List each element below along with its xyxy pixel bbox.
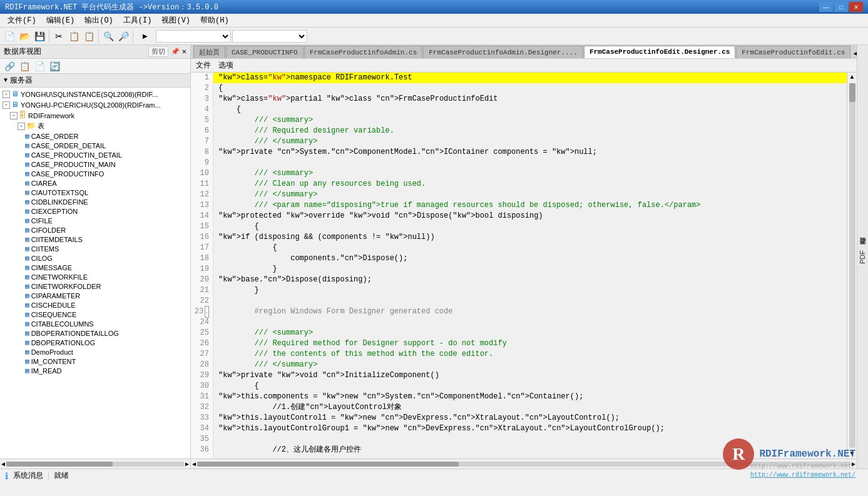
table-item[interactable]: ▦CASE_ORDER_DETAIL <box>0 141 190 150</box>
file-menu-item[interactable]: 文件 <box>196 60 211 71</box>
save-button[interactable]: 💾 <box>33 29 46 43</box>
zoom-in-button[interactable]: 🔍 <box>101 29 115 43</box>
choice-menu-item[interactable]: 选项 <box>218 60 233 71</box>
tab-case-productinfo[interactable]: CASE_PRODUCTINFO <box>226 46 304 58</box>
table-item[interactable]: ▦CIFILE <box>0 216 190 225</box>
tab-frm-admin-cs[interactable]: FrmCaseProductinfoAdmin.cs <box>304 46 423 58</box>
pin-icon[interactable]: 📌 <box>171 48 180 56</box>
table-item[interactable]: ▦DBOPERATIONDETAILLOG <box>0 328 190 338</box>
table-item[interactable]: ▦CINETWORKFOLDER <box>0 281 190 291</box>
expand-db1[interactable]: - <box>10 112 18 119</box>
table-item[interactable]: ▦DBOPERATIONLOG <box>0 338 190 347</box>
server1-label: YONGHU\SQLINSTANCE(SQL2008)(RDIF... <box>21 91 158 98</box>
code-line <box>213 296 847 306</box>
table-item[interactable]: ▦CISCHEDULE <box>0 300 190 310</box>
line-numbers: 1234567891011121314151617181920212223-24… <box>191 73 213 458</box>
table-item[interactable]: ▦CITABLECOLUMNS <box>0 319 190 328</box>
template-select[interactable] <box>156 30 231 43</box>
v-scroll-thumb[interactable] <box>849 83 855 102</box>
code-line: components."cn">Dispose(); <box>213 253 847 264</box>
table-item[interactable]: ▦CASE_PRODUCTIN_DETAIL <box>0 150 190 159</box>
cut-button[interactable]: ✂ <box>52 29 66 43</box>
tree-server2[interactable]: - 🖥 YONGHU-PC\ERICHU(SQL2008)(RDIFram... <box>0 99 190 110</box>
right-panel[interactable]: PDF查看器 <box>857 45 868 468</box>
refresh-button[interactable]: 🔄 <box>48 59 61 73</box>
tree-server1[interactable]: - 🖥 YONGHU\SQLINSTANCE(SQL2008)(RDIF... <box>0 89 190 99</box>
status-bar: ℹ 系统消息 就绪 <box>0 468 868 482</box>
scroll-left-btn[interactable]: ◀ <box>1 460 5 468</box>
line-number: 14 <box>191 211 213 221</box>
tab-start[interactable]: 起始页 <box>193 46 225 58</box>
table-item[interactable]: ▦CIITEMS <box>0 244 190 253</box>
menu-help[interactable]: 帮助(H) <box>195 14 234 27</box>
run-button[interactable]: ▶ <box>136 29 155 43</box>
expand-server1[interactable]: - <box>3 91 10 98</box>
menu-edit[interactable]: 编辑(E) <box>41 14 80 27</box>
table-item[interactable]: ▦DemoProduct <box>0 347 190 357</box>
zoom-out-button[interactable]: 🔎 <box>116 29 130 43</box>
code-line <box>213 317 847 328</box>
tab-prev-btn[interactable]: ◀ <box>851 49 857 58</box>
tree-tables[interactable]: - 📁 表 <box>0 121 190 131</box>
copy-button[interactable]: 📋 <box>67 29 81 43</box>
line-number: 15 <box>191 221 213 232</box>
table-item[interactable]: ▦CASE_PRODUCTIN_MAIN <box>0 159 190 169</box>
table-item[interactable]: ▦CASE_ORDER <box>0 131 190 141</box>
left-scrollbar[interactable]: ◀ ▶ <box>0 458 190 468</box>
open-button[interactable]: 📂 <box>18 29 31 43</box>
connect-button[interactable]: 🔗 <box>3 59 16 73</box>
scroll-thumb[interactable] <box>6 462 113 467</box>
tab-frm-edit-designer[interactable]: FrmCaseProductinfoEdit.Designer.cs <box>584 46 735 58</box>
tab-frm-admin-designer[interactable]: FrmCaseProductinfoAdmin.Designer.... <box>423 46 583 58</box>
tab-frm-edit-cs[interactable]: FrmCaseProductinfoEdit.cs <box>736 46 850 58</box>
table-item[interactable]: ▦CIFOLDER <box>0 225 190 235</box>
expand-tables[interactable]: - <box>18 123 25 130</box>
new-button[interactable]: 📄 <box>3 29 16 43</box>
scroll-up-btn[interactable]: ▲ <box>849 73 855 82</box>
close-panel-button[interactable]: ✕ <box>182 47 186 56</box>
line-number: 30 <box>191 381 213 392</box>
close-button[interactable]: ✕ <box>849 2 863 12</box>
scroll-right-btn[interactable]: ▶ <box>185 460 189 468</box>
line-number: 21 <box>191 285 213 296</box>
table-item[interactable]: ▦CILOG <box>0 253 190 263</box>
table-item[interactable]: ▦CIDBLINKDEFINE <box>0 197 190 206</box>
status-ready: 就绪 <box>54 470 69 481</box>
doc-button[interactable]: 📄 <box>33 59 46 73</box>
table-item[interactable]: ▦CINETWORKFILE <box>0 272 190 281</box>
menu-tools[interactable]: 工具(I) <box>118 14 157 27</box>
h-scroll-left[interactable]: ◀ <box>192 460 196 468</box>
title-bar: RDIFramework.NET 平台代码生成器 ->Version：3.5.0… <box>0 0 868 14</box>
table-item[interactable]: ▦CIPARAMETER <box>0 291 190 300</box>
paste-button[interactable]: 📋 <box>82 29 96 43</box>
maximize-button[interactable]: □ <box>834 2 848 12</box>
vertical-scrollbar[interactable]: ▲ ▼ <box>847 73 857 458</box>
table-item[interactable]: ▦CASE_PRODUCTINFO <box>0 169 190 178</box>
table-item[interactable]: ▦IM_READ <box>0 366 190 375</box>
menu-output[interactable]: 输出(O) <box>79 14 118 27</box>
code-line: { <box>213 381 847 392</box>
code-line: { <box>213 104 847 115</box>
table-item[interactable]: ▦CIAUTOTEXTSQL <box>0 188 190 197</box>
output-select[interactable] <box>232 30 307 43</box>
table-item[interactable]: ▦IM_CONTENT <box>0 357 190 366</box>
table-item[interactable]: ▦CIAREA <box>0 178 190 188</box>
tree-db1[interactable]: - 🗄 RDIFramework <box>0 110 190 121</box>
watermark-url2[interactable]: http://www.rdiframework.net/ <box>750 472 855 478</box>
menu-file[interactable]: 文件(F) <box>3 14 41 27</box>
table-item[interactable]: ▦CIMESSAGE <box>0 263 190 272</box>
copy-tree-button[interactable]: 📋 <box>18 59 31 73</box>
code-line: "kw">protected "kw">override "kw">void "… <box>213 211 847 221</box>
h-scroll-thumb[interactable] <box>197 462 459 467</box>
code-line: /// Required method for Designer support… <box>213 338 847 349</box>
code-line: } <box>213 285 847 296</box>
minimize-button[interactable]: — <box>819 2 833 12</box>
table-item[interactable]: ▦CIEXCEPTION <box>0 206 190 216</box>
table-item[interactable]: ▦CIITEMDETAILS <box>0 235 190 244</box>
server2-icon: 🖥 <box>11 100 19 109</box>
code-scroll[interactable]: "kw">class="kw">namespace RDIFramework.T… <box>213 73 847 458</box>
table-item[interactable]: ▦CISEQUENCE <box>0 310 190 319</box>
menu-view[interactable]: 视图(V) <box>156 14 195 27</box>
tree-container[interactable]: - 🖥 YONGHU\SQLINSTANCE(SQL2008)(RDIF... … <box>0 88 190 458</box>
expand-server2[interactable]: - <box>3 101 10 109</box>
